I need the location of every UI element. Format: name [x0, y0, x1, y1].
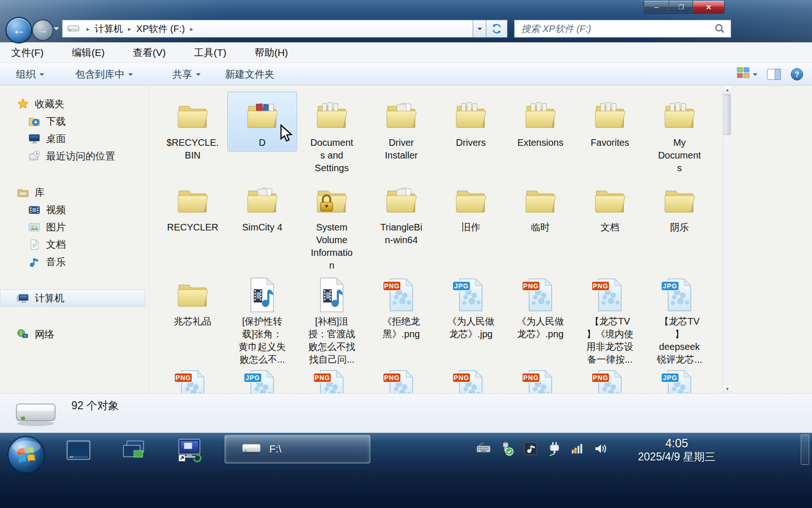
usb-device-icon[interactable] [499, 441, 515, 457]
breadcrumb: ▸计算机▸XP软件 (F:)▸ [82, 22, 197, 36]
svg-text:PNG: PNG [523, 282, 539, 290]
address-dropdown-button[interactable] [473, 20, 486, 38]
file-item[interactable]: PNG [158, 362, 227, 393]
file-item[interactable]: Document s and Settings [297, 92, 367, 177]
vertical-scrollbar[interactable]: ▲ ▼ [723, 86, 732, 393]
file-item[interactable]: $RECYCLE. BIN [158, 92, 227, 164]
network-icon[interactable] [570, 441, 586, 457]
menu-item-3[interactable]: 工具(T) [191, 45, 229, 61]
taskbar-app-stacked-windows[interactable] [117, 437, 150, 466]
toolbar-item-3[interactable]: 新建文件夹 [225, 68, 274, 81]
toolbar-item-label: 共享 [172, 68, 192, 81]
scroll-up-icon[interactable]: ▲ [723, 86, 732, 95]
sidebar-item-1-2[interactable]: 文档 [0, 236, 149, 253]
image-file-icon: PNG [521, 272, 560, 315]
menu-item-2[interactable]: 查看(V) [130, 45, 169, 61]
file-item[interactable]: Drivers [436, 92, 506, 151]
search-box[interactable] [514, 20, 731, 38]
file-item[interactable]: JPG [645, 362, 714, 393]
file-item[interactable]: PNG [575, 362, 645, 393]
breadcrumb-item-0[interactable]: 计算机 [94, 22, 124, 36]
history-dropdown-icon[interactable] [54, 27, 59, 33]
file-item[interactable]: PNG [506, 362, 575, 393]
show-desktop-button[interactable] [801, 435, 809, 465]
breadcrumb-item-1[interactable]: XP软件 (F:) [135, 22, 186, 36]
file-item[interactable]: [补档]沮 授：官渡战 败怎么不找 找自己问... [297, 270, 367, 368]
file-item[interactable]: PNG [436, 362, 506, 393]
restore-button[interactable]: ❐ [669, 1, 693, 14]
menu-item-1[interactable]: 编辑(E) [69, 45, 108, 61]
sidebar-item-0-1[interactable]: 桌面 [0, 130, 149, 147]
minimize-button[interactable]: ─ [644, 1, 669, 14]
folder-docs-icon [382, 178, 421, 221]
file-item[interactable]: PNG《拒绝龙 黑》.png [367, 270, 436, 343]
image-file-icon: PNG [382, 272, 421, 315]
file-item[interactable]: PNG《为人民做 龙芯》.png [506, 270, 575, 343]
sidebar-item-0-0[interactable]: 下载 [0, 112, 149, 130]
toolbar-item-0[interactable]: 组织 [16, 68, 44, 81]
active-window-button[interactable]: F:\ [225, 435, 370, 463]
file-item[interactable]: [保护性转 载]张角： 黄巾起义失 败怎么不... [227, 270, 297, 368]
file-item[interactable]: RECYCLER [158, 176, 227, 236]
clock[interactable]: 4:05 2025/4/9 星期三 [616, 436, 738, 463]
file-item[interactable]: JPG [227, 362, 297, 393]
refresh-button[interactable] [486, 20, 508, 38]
media-player-icon[interactable] [523, 441, 539, 457]
preview-pane-button[interactable] [767, 69, 781, 80]
help-button[interactable]: ? [790, 68, 804, 81]
scrollbar-thumb[interactable] [724, 95, 731, 135]
start-button[interactable] [7, 435, 46, 475]
file-item[interactable]: 临时 [506, 176, 575, 236]
sidebar-group-0[interactable]: 收藏夹 [0, 95, 149, 112]
file-item[interactable]: JPG《为人民做 龙芯》.jpg [436, 270, 506, 343]
file-item[interactable]: Driver Installer [367, 92, 436, 164]
menu-item-0[interactable]: 文件(F) [8, 45, 47, 61]
back-button[interactable]: ← [6, 17, 32, 43]
folder-docs-icon [242, 178, 282, 221]
taskbar-app-remote-window[interactable] [62, 437, 95, 466]
keyboard-icon[interactable] [476, 441, 492, 457]
sidebar-group-1[interactable]: 库 [0, 183, 149, 201]
file-item[interactable]: JPG【龙芯TV 】 deepseek 锐评龙芯... [645, 270, 714, 368]
sidebar-item-label: 音乐 [46, 255, 66, 269]
folder-full-icon [660, 94, 699, 136]
toolbar-item-2[interactable]: 共享 [172, 68, 201, 81]
file-item[interactable]: 阴乐 [645, 176, 714, 236]
menu-item-4[interactable]: 帮助(H) [252, 45, 291, 61]
volume-icon[interactable] [593, 441, 609, 457]
file-item[interactable]: PNG [297, 362, 367, 393]
sidebar-item-1-3[interactable]: 音乐 [0, 253, 149, 270]
search-input[interactable] [515, 24, 712, 34]
sidebar-group-3[interactable]: 网络 [0, 325, 149, 343]
address-bar[interactable]: ▸计算机▸XP软件 (F:)▸ [62, 20, 473, 38]
safely-remove-icon[interactable] [546, 441, 562, 457]
close-button[interactable]: ✕ [693, 1, 725, 14]
toolbar-item-1[interactable]: 包含到库中 [75, 68, 133, 81]
search-icon[interactable] [715, 24, 725, 34]
file-item[interactable]: PNG [367, 362, 436, 393]
forward-button[interactable]: → [32, 19, 54, 41]
folder-full-icon [451, 94, 491, 136]
file-item[interactable]: TriangleBi n-win64 [367, 176, 436, 249]
file-item[interactable]: D [227, 92, 297, 151]
file-item[interactable]: 文档 [575, 176, 645, 236]
file-item[interactable]: Extensions [506, 92, 575, 151]
remote-window-icon [64, 437, 93, 466]
file-item[interactable]: Favorites [575, 92, 645, 151]
file-item[interactable]: 旧作 [436, 176, 506, 236]
file-item[interactable]: System Volume Informatio n [297, 176, 367, 274]
file-item[interactable]: PNG【龙芯TV 】《境内使 用非龙芯设 备一律按... [575, 270, 645, 368]
file-item[interactable]: 兆芯礼品 [158, 270, 227, 330]
file-item[interactable]: SimCity 4 [227, 176, 297, 236]
file-item[interactable]: My Document s [645, 92, 714, 177]
sidebar-item-1-0[interactable]: 视频 [0, 201, 149, 218]
sidebar-group-2[interactable]: 计算机 [0, 289, 145, 307]
file-name: 《拒绝龙 黑》.png [383, 315, 420, 341]
taskbar-app-computer-shortcut[interactable] [173, 437, 206, 466]
stacked-windows-icon [120, 437, 148, 466]
sidebar-item-1-1[interactable]: 图片 [0, 218, 149, 236]
views-button[interactable] [737, 67, 757, 81]
sidebar-item-0-2[interactable]: 最近访问的位置 [0, 147, 149, 165]
file-name: [保护性转 载]张角： 黄巾起义失 败怎么不... [239, 315, 286, 366]
scroll-down-icon[interactable]: ▼ [723, 384, 732, 393]
